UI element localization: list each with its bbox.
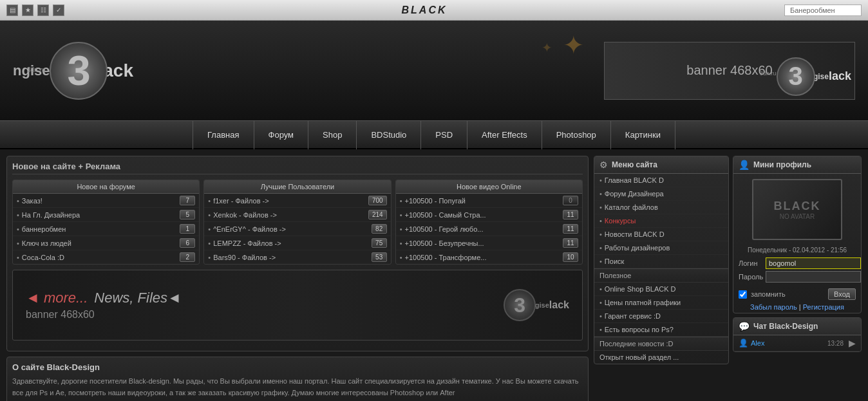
item-label: +100500 - Герой любо... bbox=[405, 225, 563, 233]
profile-form: Логин Пароль bbox=[733, 255, 861, 287]
remember-row: запомнить Вход bbox=[733, 287, 861, 301]
menu-item-label: Работы дизайнеров bbox=[605, 244, 670, 252]
password-input[interactable] bbox=[766, 271, 861, 283]
menu-item-label: Форум Дизайнера bbox=[605, 190, 664, 198]
password-label: Пароль bbox=[739, 273, 763, 281]
list-item: • Ключ из людей 6 bbox=[13, 236, 199, 250]
grid-icon[interactable]: ☷ bbox=[37, 5, 49, 16]
menu-item-questions[interactable]: • Есть вопросы по Ps? bbox=[594, 323, 728, 337]
profile-links: Забыл пароль | Регистрация bbox=[733, 301, 861, 313]
search-box[interactable]: Банерообмен bbox=[784, 5, 862, 16]
chat-panel: 💬 Чат Black-Design 👤 Alex 13:28 ▶ bbox=[733, 317, 862, 352]
menu-item-home[interactable]: • Главная BLACK D bbox=[594, 174, 728, 187]
news-item-label: Открыт новый раздел ... bbox=[599, 353, 679, 361]
menu-item-label: Online Shop BLACK D bbox=[605, 285, 676, 293]
password-field-row: Пароль bbox=[739, 271, 856, 283]
menu-item-garant[interactable]: • Гарант сервис :D bbox=[594, 310, 728, 323]
chat-header: 💬 Чат Black-Design bbox=[733, 318, 861, 335]
menu-item-label: Новости BLACK D bbox=[605, 230, 665, 238]
nav-forum[interactable]: Форум bbox=[254, 120, 309, 149]
login-label: Логин bbox=[739, 259, 763, 267]
top-bar: ▤ ★ ☷ ✓ BLACK Банерообмен bbox=[0, 0, 868, 21]
menu-item-shop[interactable]: • Online Shop BLACK D bbox=[594, 283, 728, 296]
banner-logo-suffix: lack bbox=[829, 70, 851, 83]
main-nav: Главная Форум Shop BDStudio PSD After Ef… bbox=[0, 120, 868, 149]
chat-title: Чат Black-Design bbox=[753, 322, 818, 331]
login-field-row: Логин bbox=[739, 257, 856, 269]
users-panel: Лучшие Пользователи • f1xer - Файлов -> … bbox=[203, 180, 391, 265]
list-item: • +100500 - Безупречны... 11 bbox=[396, 236, 582, 250]
menu-item-catalog[interactable]: • Каталог файлов bbox=[594, 201, 728, 214]
menu-item-forum[interactable]: • Форум Дизайнера bbox=[594, 187, 728, 201]
menu-item-label: Каталог файлов bbox=[605, 203, 658, 211]
nav-bdstudio[interactable]: BDStudio bbox=[357, 120, 421, 149]
expand-icon[interactable]: ▶ bbox=[849, 338, 856, 348]
menu-item-label: Поиск bbox=[605, 257, 624, 265]
remember-label: запомнить bbox=[751, 290, 824, 298]
login-button[interactable]: Вход bbox=[828, 288, 856, 300]
item-badge: 7 bbox=[180, 196, 195, 205]
about-text: Здравствуйте, дорогие посетители Black-d… bbox=[12, 376, 583, 398]
menu-item-label: Гарант сервис :D bbox=[605, 312, 661, 320]
logo-number: 3 bbox=[50, 42, 108, 100]
banner-text1: ◄ more... bbox=[26, 290, 88, 306]
item-badge: 5 bbox=[180, 210, 195, 219]
list-item: • Заказ! 7 bbox=[13, 194, 199, 208]
nav-psd[interactable]: PSD bbox=[421, 120, 467, 149]
video-panel: Новое видео Online • +100500 - Попугай 0… bbox=[395, 180, 583, 265]
item-badge: 700 bbox=[368, 196, 387, 205]
menu-item-label: Есть вопросы по Ps? bbox=[605, 326, 674, 333]
mini-profile-header: 👤 Мини профиль bbox=[733, 156, 861, 174]
item-label: На Гл. Дизайнера bbox=[22, 211, 180, 219]
nav-aftereffects[interactable]: After Effects bbox=[467, 120, 542, 149]
item-badge: 0 bbox=[563, 196, 578, 205]
menu-item-news-item[interactable]: Открыт новый раздел ... bbox=[594, 351, 728, 364]
menu-item-works[interactable]: • Работы дизайнеров bbox=[594, 241, 728, 255]
menu-item-news[interactable]: • Новости BLACK D bbox=[594, 228, 728, 241]
mini-profile-panel: 👤 Мини профиль BLACK NO AVATAR Понедельн… bbox=[733, 156, 862, 313]
list-item: • ^EnErGY^ - Файлов -> 82 bbox=[204, 222, 390, 236]
check-icon[interactable]: ✓ bbox=[53, 5, 64, 16]
banner-logo-sub: 3dn.ru bbox=[760, 70, 777, 77]
item-badge: 1 bbox=[180, 224, 195, 234]
item-label: +100500 - Попугай bbox=[405, 197, 563, 205]
menu-item-label: Главная BLACK D bbox=[605, 176, 664, 184]
item-label: Заказ! bbox=[22, 197, 180, 205]
forgot-link[interactable]: Забыл пароль bbox=[750, 303, 797, 311]
user-icon: 👤 bbox=[739, 339, 748, 348]
item-badge: 11 bbox=[563, 224, 578, 234]
remember-checkbox[interactable] bbox=[739, 290, 747, 299]
inner-banner: ◄ more... News, Files◄ banner 468x60 3 n… bbox=[12, 270, 583, 340]
chat-icon: 💬 bbox=[739, 321, 750, 331]
star-icon[interactable]: ★ bbox=[22, 5, 33, 16]
banner-text2: News, Files◄ bbox=[94, 290, 181, 306]
video-panel-title: Новое видео Online bbox=[396, 180, 582, 194]
menu-item-prices[interactable]: • Цены платной графики bbox=[594, 296, 728, 310]
list-item: • Xenkok - Файлов -> 214 bbox=[204, 208, 390, 222]
new-on-site-box: Новое на сайте + Реклама Новое на форуме… bbox=[6, 156, 589, 351]
menu-item-search[interactable]: • Поиск bbox=[594, 255, 728, 268]
item-label: LEMPZZ - Файлов -> bbox=[213, 239, 371, 247]
nav-home[interactable]: Главная bbox=[193, 120, 254, 149]
menu-item-label: Конкурсы bbox=[605, 217, 636, 225]
item-label: +100500 - Трансформе... bbox=[405, 254, 563, 261]
list-item: • баннеробмен 1 bbox=[13, 222, 199, 236]
item-label: баннеробмен bbox=[22, 225, 180, 233]
rss-icon[interactable]: ▤ bbox=[6, 5, 18, 16]
item-label: ^EnErGY^ - Файлов -> bbox=[213, 225, 371, 233]
item-label: +100500 - Безупречны... bbox=[405, 239, 563, 247]
nav-photoshop[interactable]: Photoshop bbox=[542, 120, 611, 149]
chat-time: 13:28 bbox=[827, 340, 844, 347]
nav-kartinki[interactable]: Картинки bbox=[611, 120, 675, 149]
item-label: Xenkok - Файлов -> bbox=[213, 211, 368, 219]
menu-panel-title: Меню сайта bbox=[612, 160, 657, 169]
right-area: ⚙ Меню сайта • Главная BLACK D • Форум Д… bbox=[594, 156, 862, 401]
login-input[interactable] bbox=[766, 257, 861, 269]
menu-item-contests[interactable]: • Конкурсы bbox=[594, 214, 728, 228]
register-link[interactable]: Регистрация bbox=[803, 303, 844, 311]
nav-shop[interactable]: Shop bbox=[308, 120, 357, 149]
forum-panel-title: Новое на форуме bbox=[13, 180, 199, 194]
item-badge: 82 bbox=[372, 224, 387, 234]
menu-panel: ⚙ Меню сайта • Главная BLACK D • Форум Д… bbox=[594, 156, 729, 364]
item-label: +100500 - Самый Стра... bbox=[405, 211, 563, 219]
